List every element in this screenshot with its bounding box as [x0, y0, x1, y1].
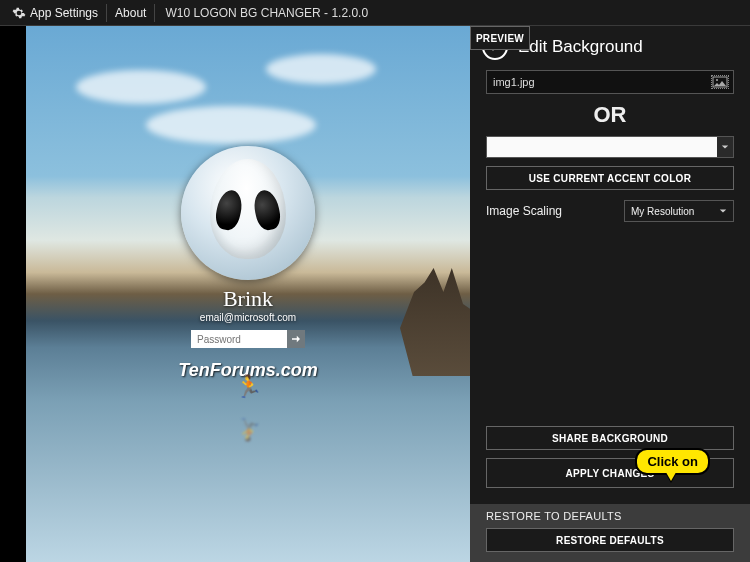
browse-image-button[interactable] — [711, 75, 729, 89]
app-title: W10 LOGON BG CHANGER - 1.2.0.0 — [165, 6, 368, 20]
preview-button[interactable]: PREVIEW — [470, 26, 530, 50]
runner-silhouette: 🏃 — [235, 374, 262, 400]
svg-point-3 — [716, 79, 718, 81]
main-menubar: App Settings About W10 LOGON BG CHANGER … — [0, 0, 750, 26]
restore-heading: RESTORE TO DEFAULTS — [486, 510, 734, 522]
annotation-callout: Click on — [635, 448, 710, 475]
image-icon — [712, 76, 728, 88]
runner-reflection: 🏃 — [235, 416, 262, 442]
login-preview: Brink email@microsoft.com TenForums.com … — [0, 26, 470, 562]
chevron-down-icon — [721, 143, 729, 151]
preview-password-input[interactable] — [191, 330, 287, 348]
arrow-right-icon — [292, 335, 300, 343]
image-scaling-value: My Resolution — [631, 206, 694, 217]
menu-separator — [106, 4, 107, 22]
image-path-value: img1.jpg — [493, 76, 535, 88]
or-divider: OR — [486, 102, 734, 128]
app-settings-menu[interactable]: App Settings — [6, 3, 104, 23]
restore-section: RESTORE TO DEFAULTS RESTORE DEFAULTS — [470, 504, 750, 562]
user-avatar — [181, 146, 315, 280]
panel-title: Edit Background — [518, 37, 643, 57]
chevron-down-icon — [719, 207, 727, 215]
side-panel: Lock Windows Edit Background Edit Backgr… — [470, 0, 750, 562]
preview-submit-button[interactable] — [287, 330, 305, 348]
gear-icon — [12, 6, 26, 20]
restore-defaults-button[interactable]: RESTORE DEFAULTS — [486, 528, 734, 552]
use-accent-color-button[interactable]: USE CURRENT ACCENT COLOR — [486, 166, 734, 190]
select-caret — [717, 137, 733, 157]
preview-username: Brink — [223, 286, 273, 312]
about-menu[interactable]: About — [109, 3, 152, 23]
app-settings-label: App Settings — [30, 6, 98, 20]
image-scaling-select[interactable]: My Resolution — [624, 200, 734, 222]
image-path-field[interactable]: img1.jpg — [486, 70, 734, 94]
about-label: About — [115, 6, 146, 20]
form-area: img1.jpg OR PREVIEW USE CURRENT ACCENT C… — [470, 70, 750, 222]
image-scaling-label: Image Scaling — [486, 204, 562, 218]
preview-background: Brink email@microsoft.com TenForums.com … — [26, 26, 470, 562]
share-background-button[interactable]: SHARE BACKGROUND — [486, 426, 734, 450]
color-select[interactable] — [486, 136, 734, 158]
preview-password-row — [191, 330, 305, 348]
menu-separator — [154, 4, 155, 22]
preview-email: email@microsoft.com — [200, 312, 296, 323]
